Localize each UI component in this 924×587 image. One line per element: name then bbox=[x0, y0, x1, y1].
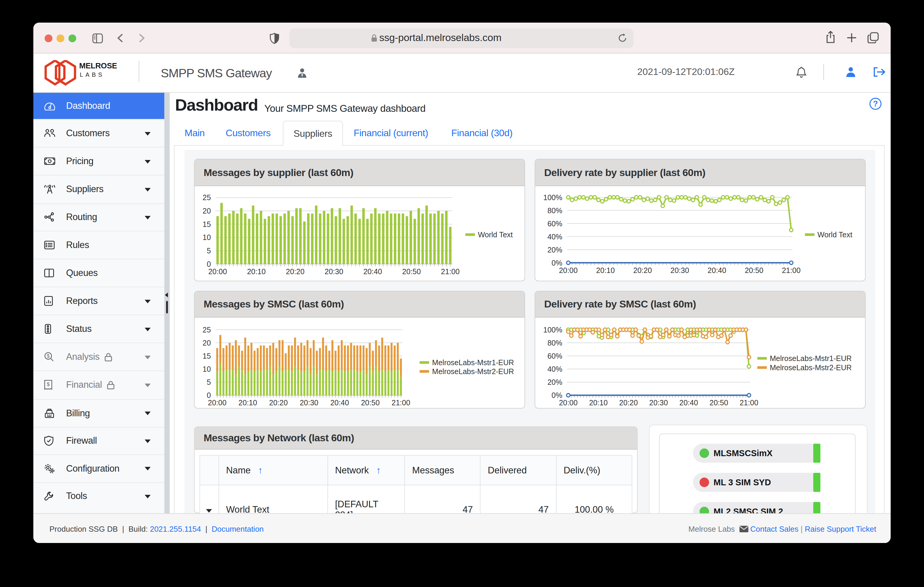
svg-text:10: 10 bbox=[203, 365, 211, 373]
svg-text:20:40: 20:40 bbox=[708, 266, 726, 275]
svg-text:20:40: 20:40 bbox=[679, 398, 698, 407]
svg-text:60%: 60% bbox=[548, 219, 562, 228]
svg-text:20%: 20% bbox=[548, 246, 562, 254]
svg-text:20%: 20% bbox=[548, 378, 562, 386]
svg-text:20:30: 20:30 bbox=[325, 267, 343, 276]
svg-text:20:50: 20:50 bbox=[710, 398, 728, 407]
svg-text:20:20: 20:20 bbox=[619, 398, 638, 407]
svg-text:5: 5 bbox=[206, 378, 211, 386]
svg-text:100%: 100% bbox=[543, 326, 562, 334]
svg-text:20:20: 20:20 bbox=[286, 267, 305, 276]
svg-text:20:10: 20:10 bbox=[247, 267, 266, 276]
svg-text:80%: 80% bbox=[548, 339, 562, 347]
svg-text:20:40: 20:40 bbox=[363, 267, 382, 276]
svg-text:World Text: World Text bbox=[817, 230, 852, 239]
svg-text:20:20: 20:20 bbox=[633, 266, 652, 275]
svg-text:20:30: 20:30 bbox=[649, 398, 668, 407]
svg-text:MelroseLabs-Mstr1-EUR: MelroseLabs-Mstr1-EUR bbox=[770, 354, 851, 362]
svg-text:0: 0 bbox=[206, 391, 211, 400]
svg-text:20: 20 bbox=[203, 207, 211, 215]
svg-text:MelroseLabs-Mstr1-EUR: MelroseLabs-Mstr1-EUR bbox=[432, 358, 514, 367]
svg-text:20:50: 20:50 bbox=[361, 398, 380, 407]
svg-text:20:00: 20:00 bbox=[208, 398, 226, 407]
svg-text:MelroseLabs-Mstr2-EUR: MelroseLabs-Mstr2-EUR bbox=[770, 363, 851, 372]
svg-text:World Text: World Text bbox=[478, 230, 513, 239]
svg-text:80%: 80% bbox=[548, 206, 562, 215]
svg-text:25: 25 bbox=[203, 326, 211, 334]
svg-text:0%: 0% bbox=[552, 391, 562, 400]
svg-text:21:00: 21:00 bbox=[392, 398, 411, 407]
svg-text:20:00: 20:00 bbox=[559, 266, 578, 275]
svg-text:20:30: 20:30 bbox=[670, 266, 689, 275]
svg-text:20:10: 20:10 bbox=[589, 398, 608, 407]
svg-text:0%: 0% bbox=[552, 259, 562, 267]
svg-text:MelroseLabs-Mstr2-EUR: MelroseLabs-Mstr2-EUR bbox=[432, 367, 514, 376]
svg-text:40%: 40% bbox=[548, 365, 562, 373]
svg-text:60%: 60% bbox=[548, 352, 562, 360]
svg-text:10: 10 bbox=[203, 233, 211, 242]
svg-text:21:00: 21:00 bbox=[782, 266, 801, 275]
svg-text:20:50: 20:50 bbox=[745, 266, 764, 275]
svg-text:40%: 40% bbox=[548, 233, 562, 241]
svg-text:20:40: 20:40 bbox=[330, 398, 349, 407]
svg-text:$: $ bbox=[47, 382, 50, 388]
svg-text:15: 15 bbox=[203, 352, 211, 360]
svg-text:20:30: 20:30 bbox=[300, 398, 318, 407]
svg-text:20:10: 20:10 bbox=[596, 266, 615, 275]
svg-text:20:00: 20:00 bbox=[559, 398, 578, 407]
svg-text:20:20: 20:20 bbox=[269, 398, 288, 407]
svg-text:21:00: 21:00 bbox=[441, 267, 460, 276]
svg-text:0: 0 bbox=[206, 260, 211, 268]
svg-text:5: 5 bbox=[206, 247, 211, 255]
svg-text:15: 15 bbox=[203, 220, 211, 229]
svg-text:100%: 100% bbox=[543, 193, 562, 202]
svg-text:25: 25 bbox=[203, 193, 211, 202]
svg-text:20:00: 20:00 bbox=[208, 267, 227, 276]
svg-text:20:50: 20:50 bbox=[402, 267, 421, 276]
svg-text:20:10: 20:10 bbox=[238, 398, 257, 407]
svg-text:$: $ bbox=[47, 354, 50, 358]
svg-text:21:00: 21:00 bbox=[740, 398, 759, 407]
svg-text:?: ? bbox=[873, 99, 878, 108]
svg-text:20: 20 bbox=[203, 339, 211, 347]
